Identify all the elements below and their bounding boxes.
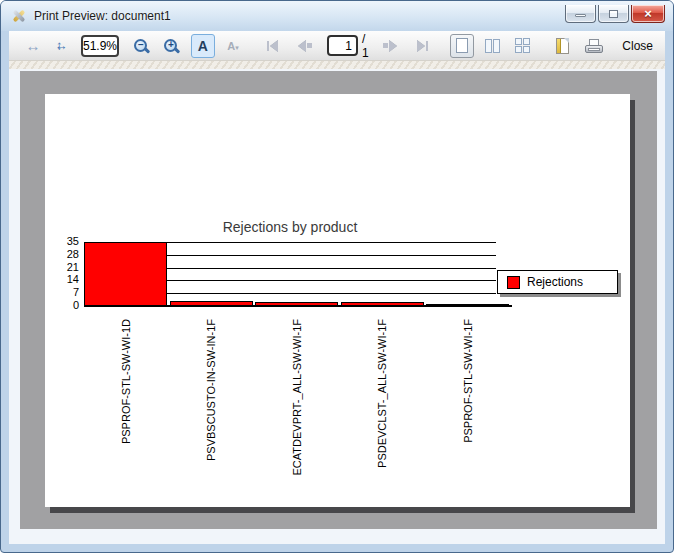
zoom-combobox[interactable]: 51.9% ▼ [81, 35, 119, 57]
single-page-view-icon [456, 38, 468, 53]
chart-bar [426, 304, 509, 306]
page-total-label: / 1 [362, 32, 370, 60]
zoom-out-button[interactable]: − [129, 34, 153, 58]
x-axis-category-label: PSPROF-STL-SW-WI-1D [120, 319, 133, 444]
app-icon [11, 8, 27, 24]
chart-title: Rejections by product [84, 219, 496, 235]
magnifier-minus-icon: − [134, 39, 147, 52]
x-axis-category-label: ECATDEVPRT-_ALL-SW-WI-1F [291, 319, 304, 475]
preview-panel[interactable]: Rejections by product 0714212835PSPROF-S… [20, 71, 657, 529]
minimize-icon [575, 14, 586, 17]
y-axis-tick-label: 21 [45, 261, 79, 274]
chart-bar [255, 302, 338, 306]
window-title: Print Preview: document1 [34, 9, 171, 23]
legend-color-swatch [507, 276, 520, 289]
print-preview-window: Print Preview: document1 × ↔ ↔↔ 51.9% ▼ … [0, 0, 674, 553]
y-axis-tick-label: 14 [45, 273, 79, 286]
x-axis-category-label: PSPROF-STL-SW-WI-1F [462, 319, 475, 443]
x-axis-category-label: PSVBSCUSTO-IN-SW-IN-1F [205, 319, 218, 461]
zoom-dropdown-button[interactable]: ▼ [117, 37, 119, 55]
four-page-view-icon [515, 38, 530, 53]
first-page-arrow-icon [267, 41, 269, 51]
resize-horizontal-icon: ↔ [26, 37, 41, 54]
letter-A-large-icon: A [198, 38, 208, 54]
close-icon: × [644, 7, 652, 20]
close-window-button[interactable]: × [631, 5, 665, 23]
previous-page-arrow-icon [298, 40, 306, 52]
next-page-button[interactable] [378, 34, 402, 58]
client-area: Rejections by product 0714212835PSPROF-S… [9, 69, 665, 544]
letter-A-small-icon: A▾ [227, 40, 238, 52]
chart-legend: Rejections [497, 270, 618, 294]
minimize-button[interactable] [565, 5, 596, 23]
y-axis-tick-label: 7 [45, 286, 79, 299]
toolbar: ↔ ↔↔ 51.9% ▼ − + A A▾ / 1 Close [9, 31, 665, 61]
last-page-arrow-icon [417, 40, 425, 52]
page-setup-icon [556, 38, 569, 54]
zoom-value: 51.9% [83, 37, 117, 55]
fit-page-icon: ↔↔ [53, 38, 69, 54]
y-axis-tick-label: 0 [45, 299, 79, 312]
first-page-button[interactable] [261, 34, 285, 58]
y-axis-tick-label: 35 [45, 235, 79, 248]
next-page-arrow-icon [383, 43, 388, 48]
two-page-view-button[interactable] [480, 34, 504, 58]
fit-page-button[interactable]: ↔↔ [49, 34, 73, 58]
toolbar-texture-strip [9, 61, 665, 69]
chart-bar [170, 301, 253, 306]
title-bar[interactable]: Print Preview: document1 × [1, 1, 673, 31]
two-page-view-icon [485, 39, 500, 53]
printer-icon [585, 39, 603, 53]
document-page: Rejections by product 0714212835PSPROF-S… [45, 94, 630, 507]
zoom-in-button[interactable]: + [159, 34, 183, 58]
magnifier-plus-icon: + [164, 39, 177, 52]
print-button[interactable] [582, 34, 606, 58]
fit-width-button[interactable]: ↔ [21, 34, 45, 58]
four-page-view-button[interactable] [510, 34, 534, 58]
window-controls: × [565, 5, 665, 23]
chart-bar [341, 302, 424, 306]
x-axis-category-label: PSDEVCLST-_ALL-SW-WI-1F [376, 319, 389, 468]
one-page-view-button[interactable] [450, 34, 474, 58]
chart-bar [84, 242, 167, 306]
restore-button[interactable] [598, 5, 629, 23]
restore-icon [609, 10, 618, 18]
legend-series-label: Rejections [527, 275, 583, 289]
font-smaller-button[interactable]: A▾ [221, 34, 245, 58]
close-preview-button[interactable]: Close [618, 36, 657, 56]
last-page-button[interactable] [410, 34, 434, 58]
page-setup-button[interactable] [550, 34, 574, 58]
y-axis-tick-label: 28 [45, 248, 79, 261]
page-number-input[interactable] [327, 35, 358, 56]
previous-page-button[interactable] [293, 34, 317, 58]
font-larger-button[interactable]: A [191, 34, 215, 58]
